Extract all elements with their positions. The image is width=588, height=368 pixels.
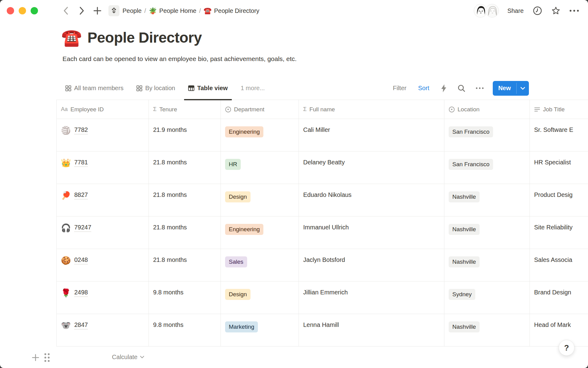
full-name-value: Jillian Emmerich	[303, 289, 348, 296]
column-header-employee-id[interactable]: Aa Employee ID	[57, 100, 149, 119]
employee-id-cell[interactable]: 🐨 2847	[57, 314, 149, 347]
employee-id-link[interactable]: 79247	[74, 224, 91, 232]
row-emoji-icon: 🌹	[61, 289, 71, 297]
department-cell[interactable]: HR	[221, 151, 299, 184]
new-record-button[interactable]: New	[493, 81, 529, 96]
department-cell[interactable]: Engineering	[221, 217, 299, 249]
job-title-cell[interactable]: HR Specialist	[530, 151, 588, 184]
automation-bolt-icon[interactable]	[440, 84, 447, 93]
teamspace-flower-icon[interactable]	[108, 5, 119, 16]
tenure-cell[interactable]: 21.8 months	[149, 217, 221, 249]
calculate-button[interactable]: Calculate	[56, 347, 149, 368]
employee-id-link[interactable]: 7781	[74, 159, 88, 167]
help-button[interactable]: ?	[559, 340, 575, 356]
full-name-cell[interactable]: Jaclyn Botsford	[299, 249, 444, 282]
add-row-icon[interactable]	[32, 354, 40, 362]
tenure-cell[interactable]: 21.9 months	[149, 119, 221, 151]
updates-clock-icon[interactable]	[533, 6, 542, 15]
employee-id-link[interactable]: 2498	[74, 289, 88, 297]
employee-id-link[interactable]: 7782	[74, 126, 88, 134]
employee-id-cell[interactable]: 👑 7781	[57, 151, 149, 184]
breadcrumb-people-directory[interactable]: ☎️ People Directory	[204, 7, 259, 14]
favorite-star-icon[interactable]	[551, 6, 560, 15]
sidebar-toggle-icon[interactable]	[45, 9, 55, 13]
tenure-cell[interactable]: 21.8 months	[149, 249, 221, 282]
formula-property-icon: Σ	[303, 106, 307, 113]
more-options-icon[interactable]	[570, 10, 579, 12]
view-tab-table-view[interactable]: Table view	[188, 77, 228, 100]
job-title-cell[interactable]: Head of Mark	[530, 314, 588, 347]
location-cell[interactable]: Nashville	[444, 249, 530, 282]
job-title-cell[interactable]: Sr. Software E	[530, 119, 588, 151]
department-cell[interactable]: Design	[221, 184, 299, 217]
column-header-tenure[interactable]: Σ Tenure	[149, 100, 221, 119]
employee-id-cell[interactable]: 🏐 7782	[57, 119, 149, 151]
filter-button[interactable]: Filter	[393, 85, 406, 92]
tenure-value: 9.8 months	[153, 321, 183, 328]
employee-id-link[interactable]: 2847	[74, 321, 88, 329]
department-cell[interactable]: Engineering	[221, 119, 299, 151]
column-header-location[interactable]: Location	[444, 100, 530, 119]
full-name-cell[interactable]: Jillian Emmerich	[299, 282, 444, 314]
full-name-cell[interactable]: Cali Miller	[299, 119, 444, 151]
full-name-cell[interactable]: Eduardo Nikolaus	[299, 184, 444, 217]
row-emoji-icon: 🏓	[61, 191, 71, 199]
department-cell[interactable]: Sales	[221, 249, 299, 282]
department-cell[interactable]: Design	[221, 282, 299, 314]
page-title[interactable]: People Directory	[87, 29, 202, 46]
new-page-icon[interactable]	[93, 6, 102, 15]
view-tab-by-location[interactable]: By location	[136, 77, 175, 100]
more-views-button[interactable]: 1 more...	[241, 85, 265, 92]
location-cell[interactable]: Nashville	[444, 217, 530, 249]
full-name-cell[interactable]: Delaney Beatty	[299, 151, 444, 184]
red-phone-icon: ☎️	[204, 7, 212, 14]
minimize-window-button[interactable]	[19, 7, 26, 14]
job-title-value: Sales Associa	[534, 256, 572, 263]
employee-id-cell[interactable]: 🍪 0248	[57, 249, 149, 282]
column-header-department[interactable]: Department	[221, 100, 299, 119]
forward-icon[interactable]	[78, 6, 85, 15]
breadcrumb-people-home[interactable]: 🪴 People Home	[149, 7, 196, 14]
avatar[interactable]	[485, 4, 499, 17]
job-title-cell[interactable]: Brand Design	[530, 282, 588, 314]
employee-id-cell[interactable]: 🎧 79247	[57, 217, 149, 249]
employee-id-link[interactable]: 8827	[74, 191, 88, 199]
tenure-cell[interactable]: 21.8 months	[149, 151, 221, 184]
tenure-cell[interactable]: 9.8 months	[149, 314, 221, 347]
tenure-cell[interactable]: 9.8 months	[149, 282, 221, 314]
search-icon[interactable]	[458, 84, 466, 92]
column-header-full-name[interactable]: Σ Full name	[299, 100, 444, 119]
employee-id-cell[interactable]: 🌹 2498	[57, 282, 149, 314]
view-options-icon[interactable]	[476, 87, 484, 89]
column-header-job-title[interactable]: Job Title	[530, 100, 588, 119]
full-name-value: Delaney Beatty	[303, 159, 345, 166]
tenure-cell[interactable]: 21.8 months	[149, 184, 221, 217]
new-record-dropdown-icon[interactable]	[517, 81, 529, 96]
employee-id-link[interactable]: 0248	[74, 256, 88, 264]
full-name-cell[interactable]: Immanuel Ullrich	[299, 217, 444, 249]
page-icon-red-phone[interactable]: ☎️	[61, 29, 82, 46]
page-description[interactable]: Each card can be opened to view an emplo…	[62, 55, 588, 63]
avatar[interactable]	[474, 4, 487, 17]
location-cell[interactable]: San Francisco	[444, 119, 530, 151]
table-row: 🌹 2498 9.8 months Design Jillian Emmeric…	[57, 282, 588, 314]
location-cell[interactable]: Nashville	[444, 314, 530, 347]
row-emoji-icon: 🎧	[61, 224, 71, 232]
breadcrumb-people[interactable]: People	[123, 7, 141, 14]
back-icon[interactable]	[62, 6, 70, 15]
drag-handle-icon[interactable]	[44, 353, 50, 362]
zoom-window-button[interactable]	[31, 7, 38, 14]
full-name-cell[interactable]: Lenna Hamill	[299, 314, 444, 347]
department-cell[interactable]: Marketing	[221, 314, 299, 347]
view-tab-all-team-members[interactable]: All team members	[65, 77, 123, 100]
job-title-cell[interactable]: Product Desig	[530, 184, 588, 217]
job-title-cell[interactable]: Site Reliability	[530, 217, 588, 249]
sort-button[interactable]: Sort	[418, 85, 429, 92]
location-cell[interactable]: Nashville	[444, 184, 530, 217]
close-window-button[interactable]	[7, 7, 14, 14]
share-button[interactable]: Share	[507, 7, 524, 14]
job-title-cell[interactable]: Sales Associa	[530, 249, 588, 282]
employee-id-cell[interactable]: 🏓 8827	[57, 184, 149, 217]
location-cell[interactable]: Sydney	[444, 282, 530, 314]
location-cell[interactable]: San Francisco	[444, 151, 530, 184]
